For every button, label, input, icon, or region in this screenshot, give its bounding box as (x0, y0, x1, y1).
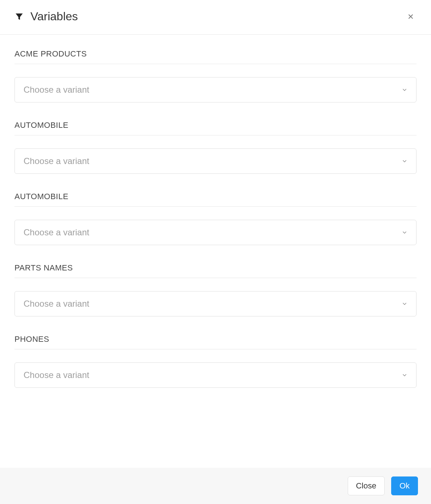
variant-select-placeholder: Choose a variant (24, 299, 89, 309)
variant-select[interactable]: Choose a variant (14, 362, 417, 388)
section-label: AUTOMOBILE (14, 192, 417, 207)
modal-title: Variables (30, 10, 78, 23)
variable-section: ACME PRODUCTS Choose a variant (14, 49, 417, 102)
close-button[interactable]: Close (348, 476, 385, 495)
variant-select-wrap: Choose a variant (14, 291, 417, 316)
modal-body[interactable]: ACME PRODUCTS Choose a variant AUTOMOBIL… (0, 35, 431, 468)
ok-button[interactable]: Ok (391, 476, 418, 495)
section-label: ACME PRODUCTS (14, 49, 417, 64)
variant-select-placeholder: Choose a variant (24, 370, 89, 380)
variant-select-placeholder: Choose a variant (24, 156, 89, 166)
modal-header: Variables × (0, 0, 431, 35)
variant-select[interactable]: Choose a variant (14, 77, 417, 102)
variant-select-wrap: Choose a variant (14, 362, 417, 388)
variable-section: AUTOMOBILE Choose a variant (14, 192, 417, 245)
variant-select-placeholder: Choose a variant (24, 227, 89, 238)
section-label: PHONES (14, 335, 417, 349)
variant-select[interactable]: Choose a variant (14, 291, 417, 316)
modal-footer: Close Ok (0, 468, 431, 504)
close-icon: × (408, 11, 414, 22)
variant-select-wrap: Choose a variant (14, 77, 417, 102)
section-label: AUTOMOBILE (14, 121, 417, 135)
header-title-group: Variables (14, 10, 78, 23)
variant-select[interactable]: Choose a variant (14, 220, 417, 245)
variant-select[interactable]: Choose a variant (14, 148, 417, 174)
variant-select-placeholder: Choose a variant (24, 85, 89, 95)
variant-select-wrap: Choose a variant (14, 220, 417, 245)
variable-section: PHONES Choose a variant (14, 335, 417, 388)
variant-select-wrap: Choose a variant (14, 148, 417, 174)
variable-section: AUTOMOBILE Choose a variant (14, 121, 417, 174)
section-label: PARTS NAMES (14, 263, 417, 278)
filter-icon (14, 12, 24, 21)
variable-section: PARTS NAMES Choose a variant (14, 263, 417, 316)
close-icon-button[interactable]: × (405, 10, 417, 23)
